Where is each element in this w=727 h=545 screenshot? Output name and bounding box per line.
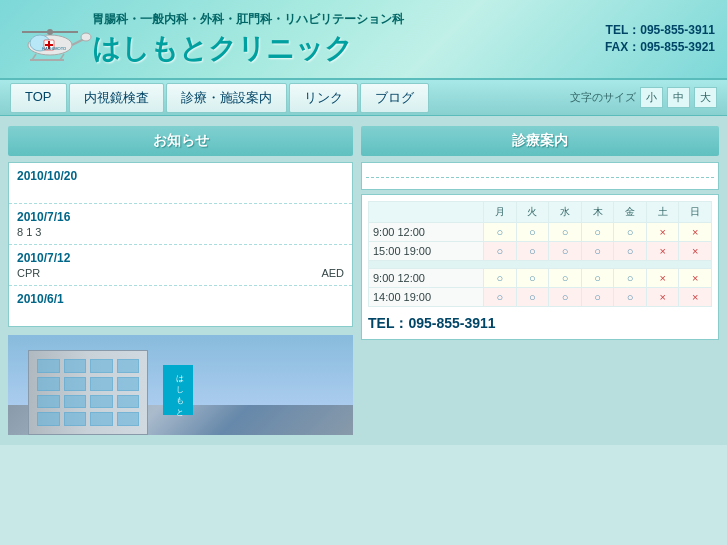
header-tel: TEL：095-855-3911 bbox=[605, 22, 715, 39]
schedule-row-2: 15:00 19:00 ○ ○ ○ ○ ○ × × bbox=[369, 242, 712, 261]
schedule-section-header: 診療案内 bbox=[361, 126, 719, 156]
font-size-label: 文字のサイズ bbox=[570, 90, 636, 105]
svg-point-2 bbox=[81, 33, 91, 41]
news-date-1: 2010/10/20 bbox=[17, 169, 344, 183]
schedule-top-empty bbox=[361, 162, 719, 190]
schedule-table: 月 火 水 木 金 土 日 9:00 12:00 ○ ○ ○ bbox=[368, 201, 712, 307]
cell-2-fri: ○ bbox=[614, 242, 647, 261]
schedule-row-3: 9:00 12:00 ○ ○ ○ ○ ○ × × bbox=[369, 269, 712, 288]
svg-point-5 bbox=[47, 29, 53, 35]
header-title: はしもとクリニック bbox=[92, 30, 605, 68]
schedule-row-4: 14:00 19:00 ○ ○ ○ ○ ○ × × bbox=[369, 288, 712, 307]
col-fri: 金 bbox=[614, 202, 647, 223]
cell-4-sun: × bbox=[679, 288, 712, 307]
header-fax: FAX：095-855-3921 bbox=[605, 39, 715, 56]
cell-1-tue: ○ bbox=[516, 223, 549, 242]
news-content-3-right: AED bbox=[321, 267, 344, 279]
nav-item-endoscopy[interactable]: 内視鏡検査 bbox=[69, 83, 164, 113]
cell-3-sat: × bbox=[646, 269, 679, 288]
news-date-2: 2010/7/16 bbox=[17, 210, 344, 224]
cell-1-sat: × bbox=[646, 223, 679, 242]
svg-text:HASHIMOTO: HASHIMOTO bbox=[42, 46, 66, 51]
nav-item-blog[interactable]: ブログ bbox=[360, 83, 429, 113]
col-mon: 月 bbox=[484, 202, 517, 223]
col-time-header bbox=[369, 202, 484, 223]
header: HASHIMOTO 胃腸科・一般内科・外科・肛門科・リハビリテーション科 はしも… bbox=[0, 0, 727, 80]
news-content-1 bbox=[17, 185, 344, 197]
cell-1-wed: ○ bbox=[549, 223, 582, 242]
time-2: 15:00 19:00 bbox=[369, 242, 484, 261]
cell-4-mon: ○ bbox=[484, 288, 517, 307]
helicopter-icon: HASHIMOTO bbox=[12, 10, 92, 68]
cell-4-thu: ○ bbox=[581, 288, 614, 307]
font-size-controls: 文字のサイズ 小 中 大 bbox=[570, 87, 717, 108]
time-1: 9:00 12:00 bbox=[369, 223, 484, 242]
table-divider bbox=[369, 261, 712, 269]
cell-4-sat: × bbox=[646, 288, 679, 307]
cell-1-thu: ○ bbox=[581, 223, 614, 242]
cell-3-sun: × bbox=[679, 269, 712, 288]
cell-4-fri: ○ bbox=[614, 288, 647, 307]
news-content-3: CPR AED bbox=[17, 267, 344, 279]
header-logo: HASHIMOTO bbox=[12, 10, 92, 68]
right-column: 診療案内 月 火 水 木 金 土 日 bbox=[361, 126, 719, 435]
navigation: TOP 内視鏡検査 診療・施設案内 リンク ブログ 文字のサイズ 小 中 大 bbox=[0, 80, 727, 116]
col-wed: 水 bbox=[549, 202, 582, 223]
news-item-4: 2010/6/1 bbox=[9, 286, 352, 326]
cell-2-sun: × bbox=[679, 242, 712, 261]
font-size-large[interactable]: 大 bbox=[694, 87, 717, 108]
nav-item-top[interactable]: TOP bbox=[10, 83, 67, 113]
col-sun: 日 bbox=[679, 202, 712, 223]
font-size-medium[interactable]: 中 bbox=[667, 87, 690, 108]
cell-2-sat: × bbox=[646, 242, 679, 261]
news-list: 2010/10/20 2010/7/16 8 1 3 2010/7/12 CPR… bbox=[8, 162, 353, 327]
cell-3-tue: ○ bbox=[516, 269, 549, 288]
news-content-3-left: CPR bbox=[17, 267, 40, 279]
clinic-sign: は し も と bbox=[163, 365, 193, 415]
header-subtitle: 胃腸科・一般内科・外科・肛門科・リハビリテーション科 bbox=[92, 11, 605, 28]
cell-3-fri: ○ bbox=[614, 269, 647, 288]
cell-2-tue: ○ bbox=[516, 242, 549, 261]
font-size-small[interactable]: 小 bbox=[640, 87, 663, 108]
news-item-3: 2010/7/12 CPR AED bbox=[9, 245, 352, 286]
schedule-row-1: 9:00 12:00 ○ ○ ○ ○ ○ × × bbox=[369, 223, 712, 242]
building-photo: は し も と bbox=[8, 335, 353, 435]
left-column: お知らせ 2010/10/20 2010/7/16 8 1 3 2010/7/1… bbox=[8, 126, 353, 435]
schedule-table-container: 月 火 水 木 金 土 日 9:00 12:00 ○ ○ ○ bbox=[361, 194, 719, 340]
news-content-4 bbox=[17, 308, 344, 320]
header-contact: TEL：095-855-3911 FAX：095-855-3921 bbox=[605, 22, 715, 56]
time-4: 14:00 19:00 bbox=[369, 288, 484, 307]
nav-items: TOP 内視鏡検査 診療・施設案内 リンク ブログ bbox=[10, 83, 429, 113]
cell-3-thu: ○ bbox=[581, 269, 614, 288]
nav-item-links[interactable]: リンク bbox=[289, 83, 358, 113]
news-section-header: お知らせ bbox=[8, 126, 353, 156]
news-content-2: 8 1 3 bbox=[17, 226, 344, 238]
cell-4-wed: ○ bbox=[549, 288, 582, 307]
nav-item-facilities[interactable]: 診療・施設案内 bbox=[166, 83, 287, 113]
time-3: 9:00 12:00 bbox=[369, 269, 484, 288]
cell-2-thu: ○ bbox=[581, 242, 614, 261]
col-sat: 土 bbox=[646, 202, 679, 223]
cell-2-wed: ○ bbox=[549, 242, 582, 261]
building-image: は し も と bbox=[8, 335, 353, 435]
cell-3-wed: ○ bbox=[549, 269, 582, 288]
news-date-4: 2010/6/1 bbox=[17, 292, 344, 306]
cell-3-mon: ○ bbox=[484, 269, 517, 288]
cell-4-tue: ○ bbox=[516, 288, 549, 307]
news-item-2: 2010/7/16 8 1 3 bbox=[9, 204, 352, 245]
cell-1-mon: ○ bbox=[484, 223, 517, 242]
main-content: お知らせ 2010/10/20 2010/7/16 8 1 3 2010/7/1… bbox=[0, 116, 727, 445]
cell-2-mon: ○ bbox=[484, 242, 517, 261]
cell-1-fri: ○ bbox=[614, 223, 647, 242]
schedule-tel-footer: TEL：095-855-3911 bbox=[368, 315, 712, 333]
col-thu: 木 bbox=[581, 202, 614, 223]
col-tue: 火 bbox=[516, 202, 549, 223]
building-shape bbox=[28, 350, 148, 435]
news-date-3: 2010/7/12 bbox=[17, 251, 344, 265]
news-item-1: 2010/10/20 bbox=[9, 163, 352, 204]
cell-1-sun: × bbox=[679, 223, 712, 242]
header-text-block: 胃腸科・一般内科・外科・肛門科・リハビリテーション科 はしもとクリニック bbox=[92, 11, 605, 68]
